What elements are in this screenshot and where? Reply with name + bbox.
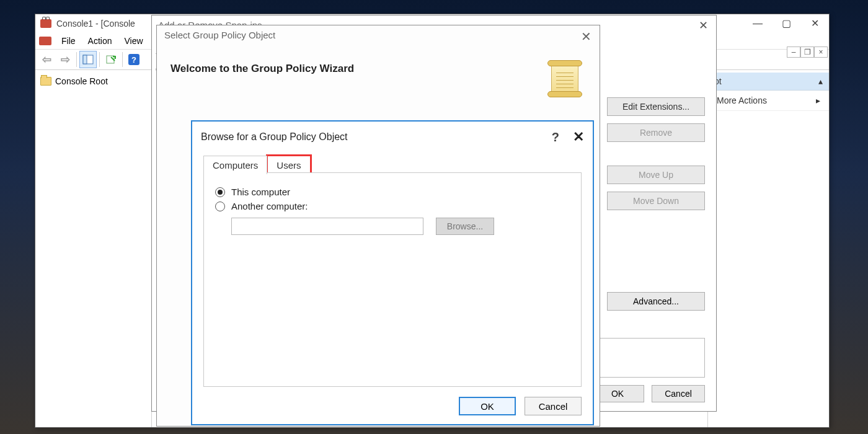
browse-cancel-button[interactable]: Cancel xyxy=(525,397,582,415)
tree-node-label: Console Root xyxy=(55,76,108,86)
collapse-icon[interactable]: ▴ xyxy=(818,76,823,86)
advanced-button[interactable]: Advanced... xyxy=(607,292,705,311)
radio-another-computer-label: Another computer: xyxy=(231,201,308,211)
menu-view[interactable]: View xyxy=(118,34,149,48)
radio-this-computer[interactable] xyxy=(215,187,225,197)
toolbar-separator xyxy=(99,52,100,67)
mdi-close-button[interactable]: × xyxy=(814,46,828,58)
browse-dialog-title: Browse for a Group Policy Object xyxy=(201,131,348,143)
dialog-help-button[interactable]: ? xyxy=(552,130,559,144)
browse-computer-button[interactable]: Browse... xyxy=(436,218,494,235)
another-computer-input[interactable] xyxy=(231,218,423,235)
console-app-icon xyxy=(40,19,51,28)
actions-more-label: More Actions xyxy=(717,95,767,105)
mdi-window-controls: – ❐ × xyxy=(787,46,828,59)
minimize-button[interactable]: ― xyxy=(743,14,772,33)
show-tree-button[interactable] xyxy=(79,51,97,68)
toolbar-separator xyxy=(76,52,77,67)
folder-icon xyxy=(40,77,51,86)
browse-tabs: Computers Users xyxy=(203,155,311,174)
help-button[interactable]: ? xyxy=(125,51,143,68)
nav-back-button[interactable]: ⇦ xyxy=(38,51,55,68)
wizard-title[interactable]: Select Group Policy Object xyxy=(157,25,600,44)
maximize-button[interactable]: ▢ xyxy=(772,14,800,33)
wizard-banner: Welcome to the Group Policy Wizard xyxy=(170,63,354,75)
svg-rect-1 xyxy=(83,55,87,64)
menu-file[interactable]: File xyxy=(55,34,82,48)
browse-ok-button[interactable]: OK xyxy=(459,397,516,415)
radio-another-computer-row[interactable]: Another computer: xyxy=(215,201,570,211)
move-up-button[interactable]: Move Up xyxy=(607,166,705,184)
tab-users[interactable]: Users xyxy=(267,156,310,174)
close-button[interactable]: ✕ xyxy=(800,14,829,33)
menu-action[interactable]: Action xyxy=(82,34,118,48)
toolbar-separator xyxy=(122,52,123,67)
nav-forward-button[interactable]: ⇨ xyxy=(56,51,74,68)
snapins-cancel-button[interactable]: Cancel xyxy=(652,385,705,402)
scroll-icon xyxy=(547,60,582,97)
export-list-button[interactable] xyxy=(102,51,120,68)
mdi-minimize-button[interactable]: – xyxy=(787,46,800,58)
snapins-side-buttons: Edit Extensions... Remove Move Up Move D… xyxy=(607,97,705,210)
radio-this-computer-label: This computer xyxy=(231,187,290,197)
chevron-right-icon: ▸ xyxy=(816,95,820,105)
remove-button[interactable]: Remove xyxy=(607,123,705,142)
console-tree-pane[interactable]: Console Root xyxy=(35,73,152,427)
radio-another-computer[interactable] xyxy=(215,202,225,211)
console-doc-icon xyxy=(39,37,51,45)
snapins-close-button[interactable]: ✕ xyxy=(694,18,712,33)
tree-node-console-root[interactable]: Console Root xyxy=(38,75,149,87)
radio-this-computer-row[interactable]: This computer xyxy=(215,187,570,197)
console-title-text: Console1 - [Console xyxy=(56,14,135,33)
mdi-restore-button[interactable]: ❐ xyxy=(800,46,814,58)
dialog-close-button[interactable]: ✕ xyxy=(573,129,584,145)
tab-panel-computers: This computer Another computer: Browse..… xyxy=(203,172,582,387)
move-down-button[interactable]: Move Down xyxy=(607,192,705,210)
tab-computers[interactable]: Computers xyxy=(203,156,267,174)
actions-more-actions[interactable]: More Actions ▸ xyxy=(708,91,829,111)
edit-extensions-button[interactable]: Edit Extensions... xyxy=(607,97,705,116)
actions-pane: ot ▴ More Actions ▸ xyxy=(707,73,829,427)
actions-pane-header[interactable]: ot ▴ xyxy=(708,73,829,91)
wizard-close-button[interactable]: ✕ xyxy=(577,29,595,44)
browse-gpo-dialog: Browse for a Group Policy Object ? ✕ Com… xyxy=(191,120,594,425)
